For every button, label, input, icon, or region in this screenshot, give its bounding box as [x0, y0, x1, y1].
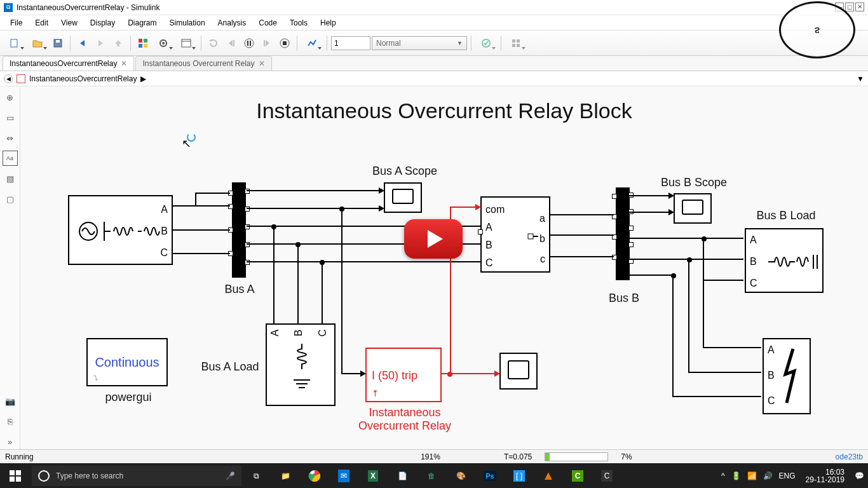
maximize-button[interactable]: ◻: [845, 3, 854, 11]
wire: [322, 261, 323, 323]
video-play-overlay[interactable]: [404, 219, 463, 259]
excel-icon[interactable]: X: [358, 463, 388, 488]
tab-subsystem[interactable]: Instantaneous Overcurrent Relay✕: [135, 56, 271, 71]
start-button[interactable]: [0, 463, 31, 488]
expand-icon[interactable]: »: [3, 434, 18, 449]
camtasia-icon[interactable]: C: [563, 463, 592, 488]
bus-b-block[interactable]: [616, 187, 630, 280]
zoom-fit-icon[interactable]: ⇔: [3, 130, 18, 146]
brackets-icon[interactable]: [ ]: [505, 463, 534, 488]
mic-icon[interactable]: 🎤: [226, 471, 235, 480]
taskbar-clock[interactable]: 16:03 29-11-2019: [802, 468, 848, 484]
port-label: com: [485, 204, 505, 215]
three-phase-fault-block[interactable]: A B C: [763, 338, 811, 414]
port-label: B: [161, 226, 168, 237]
pause-button[interactable]: [241, 35, 257, 51]
tab-model[interactable]: InstantaneousOvercurrentRelay✕: [3, 56, 134, 71]
diagram-canvas[interactable]: Instantaneous Overcurrent Relay Block ↖ …: [20, 87, 868, 449]
three-phase-breaker-block[interactable]: com A B C a b c: [480, 196, 550, 273]
editor-icon[interactable]: C: [592, 463, 621, 488]
library-browser-button[interactable]: [135, 35, 151, 51]
menu-simulation[interactable]: Simulation: [163, 16, 212, 30]
step-back-button[interactable]: [223, 35, 240, 51]
language-indicator[interactable]: ENG: [779, 471, 796, 480]
stop-time-input[interactable]: [331, 36, 370, 50]
menu-view[interactable]: View: [55, 16, 84, 30]
menu-code[interactable]: Code: [252, 16, 283, 30]
model-config-button[interactable]: [153, 35, 174, 51]
menu-help[interactable]: Help: [314, 16, 342, 30]
chevron-right-icon: ▶: [140, 74, 146, 83]
matlab-icon[interactable]: ▲: [534, 463, 563, 488]
recycle-bin-icon[interactable]: 🗑: [417, 463, 446, 488]
wifi-icon[interactable]: 📶: [747, 471, 757, 480]
port-label: B: [768, 370, 775, 381]
battery-icon[interactable]: 🔋: [731, 471, 741, 480]
back-button[interactable]: [74, 35, 91, 51]
tab-close-icon[interactable]: ✕: [259, 59, 265, 68]
menu-tools[interactable]: Tools: [283, 16, 314, 30]
fit-icon[interactable]: ▭: [3, 110, 18, 125]
open-button[interactable]: [27, 35, 48, 51]
simulation-mode-dropdown[interactable]: Normal▼: [372, 36, 467, 50]
bus-a-block[interactable]: [232, 182, 246, 278]
wire: [173, 205, 230, 207]
menu-file[interactable]: File: [4, 16, 29, 30]
bus-b-load-block[interactable]: A B C: [745, 228, 824, 293]
image-icon[interactable]: ▧: [3, 171, 18, 186]
volume-icon[interactable]: 🔊: [763, 471, 773, 480]
svg-rect-6: [144, 44, 147, 48]
simulation-data-inspector-button[interactable]: [301, 35, 323, 51]
close-button[interactable]: ✕: [855, 3, 864, 11]
chrome-icon[interactable]: [300, 463, 329, 488]
menu-display[interactable]: Display: [84, 16, 121, 30]
fast-restart-button[interactable]: [205, 35, 222, 51]
lightning-icon: [780, 346, 806, 409]
save-button[interactable]: [50, 35, 66, 51]
file-explorer-icon[interactable]: 📁: [271, 463, 300, 488]
build-button[interactable]: [505, 35, 527, 51]
solver-label[interactable]: ode23tb: [836, 452, 863, 461]
windows-taskbar: Type here to search 🎤 ⧉ 📁 ✉ X 📄 🗑 🎨 Ps […: [0, 463, 868, 488]
menu-edit[interactable]: Edit: [29, 16, 55, 30]
task-view-icon[interactable]: ⧉: [241, 463, 271, 488]
bus-a-scope-block[interactable]: [384, 182, 422, 213]
notifications-icon[interactable]: 💬: [855, 471, 864, 480]
menu-analysis[interactable]: Analysis: [212, 16, 253, 30]
progress-bar: [545, 452, 608, 461]
relay-scope-block[interactable]: [499, 353, 538, 390]
notepad-icon[interactable]: 📄: [388, 463, 417, 488]
copy-path-icon[interactable]: ⎘: [3, 414, 18, 429]
model-advisor-button[interactable]: [475, 35, 497, 51]
menu-diagram[interactable]: Diagram: [121, 16, 163, 30]
bus-b-scope-block[interactable]: [674, 193, 712, 224]
photoshop-icon[interactable]: Ps: [475, 463, 505, 488]
screenshot-icon[interactable]: 📷: [3, 393, 18, 409]
mail-icon[interactable]: ✉: [329, 463, 358, 488]
powergui-block[interactable]: Continuous ⭝: [86, 338, 168, 386]
link-icon: ⭝: [92, 374, 99, 383]
overcurrent-relay-block[interactable]: I (50) trip ⤒: [365, 348, 442, 402]
bus-a-load-block[interactable]: A B C: [266, 323, 336, 406]
tab-close-icon[interactable]: ✕: [121, 59, 127, 68]
taskbar-search[interactable]: Type here to search 🎤: [32, 466, 241, 486]
arrow-icon: [379, 187, 384, 194]
step-forward-button[interactable]: [259, 35, 275, 51]
wire: [703, 280, 743, 281]
new-model-button[interactable]: [4, 35, 25, 51]
area-icon[interactable]: ▢: [3, 191, 18, 207]
annotation-icon[interactable]: Aa: [3, 151, 18, 166]
zoom-in-icon[interactable]: ⊕: [3, 90, 18, 105]
forward-button[interactable]: [92, 35, 109, 51]
breadcrumb-item[interactable]: InstantaneousOvercurrentRelay: [29, 74, 137, 83]
up-button[interactable]: [110, 35, 126, 51]
stop-button[interactable]: [276, 35, 293, 51]
paint-icon[interactable]: 🎨: [446, 463, 475, 488]
three-phase-source-block[interactable]: A B C: [68, 195, 173, 265]
tray-overflow-icon[interactable]: ^: [721, 471, 725, 480]
powergui-label: powergui: [97, 391, 160, 404]
status-zoom: 191%: [421, 452, 440, 461]
breadcrumb-dropdown-icon[interactable]: ◀: [4, 74, 13, 83]
breadcrumb-menu-icon[interactable]: ▼: [857, 74, 864, 83]
model-explorer-button[interactable]: [175, 35, 197, 51]
